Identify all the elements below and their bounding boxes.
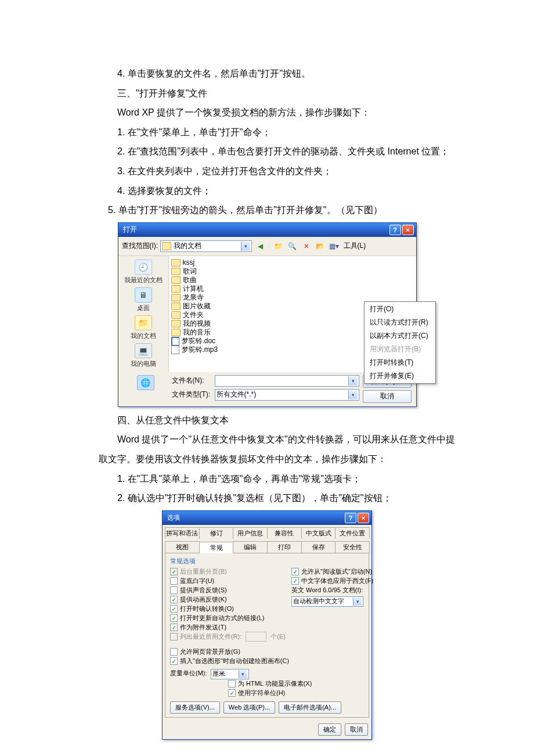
recent-icon: 🕘 [135, 260, 152, 275]
checkbox-option[interactable]: ✓插入"自选图形"时自动创建绘图画布(C) [170, 657, 364, 666]
newfolder-icon[interactable]: 📂 [315, 240, 326, 252]
folder-icon [171, 329, 181, 336]
place-recent[interactable]: 🕘我最近的文档 [118, 258, 168, 286]
place-computer[interactable]: 💻我的电脑 [118, 342, 168, 370]
checkbox-option: ✓后台重新分页(B) [170, 567, 286, 577]
tools-label[interactable]: 工具(L) [344, 241, 366, 251]
recent-files-row: 列出最近所用文件(R):个(E) [170, 632, 286, 642]
file-item[interactable]: kssj [171, 258, 414, 267]
place-network[interactable]: 🌐 [123, 375, 168, 390]
checkbox-option[interactable]: ✓提供动画反馈(K) [170, 595, 286, 604]
filename-combo[interactable]: ▾ [215, 375, 359, 387]
unit-select[interactable]: 厘米▾ [211, 669, 249, 679]
menu-item[interactable]: 以副本方式打开(C) [365, 329, 435, 343]
char-unit-checkbox[interactable]: ✓使用字符单位(H) [228, 689, 364, 698]
para-step2-2: 2. 确认选中"打开时确认转换"复选框（见下图），单击"确定"按钮； [99, 488, 459, 508]
file-item[interactable]: 歌曲 [171, 276, 414, 285]
tab-用户信息[interactable]: 用户信息 [233, 527, 268, 539]
checkbox-option[interactable]: 提供声音反馈(S) [170, 586, 286, 595]
para-s3: 3. 在文件夹列表中，定位并打开包含文件的文件夹； [99, 161, 459, 181]
cancel-button[interactable]: 取消 [363, 390, 412, 403]
cancel-button[interactable]: 取消 [345, 723, 368, 736]
options-columns: ✓后台重新分页(B)蓝底白字(U)提供声音反馈(S)✓提供动画反馈(K)✓打开时… [170, 567, 364, 642]
file-item[interactable]: 歌词 [171, 267, 414, 276]
close-button[interactable]: × [402, 225, 414, 235]
tab-拼写和语法[interactable]: 拼写和语法 [165, 527, 200, 539]
filetype-label: 文件类型(T): [172, 390, 211, 399]
back-icon[interactable]: ◀ [254, 240, 266, 252]
general-panel: 常规选项 ✓后台重新分页(B)蓝底白字(U)提供声音反馈(S)✓提供动画反馈(K… [165, 553, 369, 718]
checkbox-option[interactable]: ✓中文字体也应用于西文(F) [291, 577, 373, 586]
delete-icon[interactable]: ✕ [301, 240, 312, 252]
ok-cancel-row: 确定 取消 [163, 720, 371, 739]
checkbox-option[interactable]: ✓允许从"阅读版式"启动(N) [291, 567, 373, 577]
tab-安全性[interactable]: 安全性 [335, 541, 370, 553]
mp3-icon [171, 345, 179, 354]
file-item[interactable]: 龙泉寺 [171, 293, 414, 302]
dropdown-arrow-icon[interactable]: ▾ [348, 376, 358, 386]
tab-编辑[interactable]: 编辑 [233, 541, 268, 553]
body-text-2: 四、从任意文件中恢复文本 Word 提供了一个"从任意文件中恢复文本"的文件转换… [0, 411, 534, 508]
tab-视图[interactable]: 视图 [165, 541, 200, 553]
lookin-combo[interactable]: 我的文档 ▾ [160, 240, 252, 252]
checkbox-option[interactable]: ✓打开时确认转换(O) [170, 604, 286, 614]
option-button[interactable]: 服务选项(V)... [170, 701, 220, 714]
tab-文件位置[interactable]: 文件位置 [335, 527, 370, 539]
filetype-combo[interactable]: 所有文件(*.*)▾ [215, 389, 359, 401]
left-column: ✓后台重新分页(B)蓝底白字(U)提供声音反馈(S)✓提供动画反馈(K)✓打开时… [170, 567, 286, 642]
menu-item[interactable]: 以只读方式打开(R) [365, 316, 435, 329]
eng-doc-label: 英文 Word 6.0/95 文档(I): [291, 586, 373, 595]
search-icon[interactable]: 🔍 [287, 240, 298, 252]
place-documents[interactable]: 📁我的文档 [118, 314, 168, 342]
tab-中文版式[interactable]: 中文版式 [301, 527, 336, 539]
option-button[interactable]: Web 选项(P)... [223, 701, 275, 714]
dropdown-arrow-icon[interactable]: ▾ [348, 390, 358, 399]
para-step4: 4. 单击要恢复的文件名，然后单击"打开"按钮。 [99, 64, 459, 84]
tab-打印[interactable]: 打印 [267, 541, 302, 553]
tab-修订[interactable]: 修订 [199, 527, 234, 539]
menu-item[interactable]: 打开时转换(T) [365, 356, 435, 369]
tabs-row2: 视图常规编辑打印保存安全性 [163, 539, 371, 553]
menu-item[interactable]: 打开(O) [365, 303, 435, 316]
para-s4: 4. 选择要恢复的文件； [99, 181, 459, 201]
views-icon[interactable]: ▦▾ [329, 240, 340, 252]
lookin-label: 查找范围(I): [122, 241, 158, 251]
checkbox-option[interactable]: ✓作为附件发送(T) [170, 623, 286, 632]
ok-button[interactable]: 确定 [318, 723, 341, 736]
close-button[interactable]: × [358, 513, 369, 523]
checkbox-option[interactable]: 允许网页背景开放(G) [170, 647, 364, 657]
html-pixel-checkbox[interactable]: 为 HTML 功能显示像素(X) [228, 679, 364, 689]
help-button[interactable]: ? [389, 225, 401, 235]
tab-保存[interactable]: 保存 [301, 541, 336, 553]
folder-icon [162, 242, 171, 250]
tab-兼容性[interactable]: 兼容性 [267, 527, 302, 539]
para-intro: Word XP 提供了一个恢复受损文档的新方法，操作步骤如下： [99, 103, 459, 123]
right-column: ✓允许从"阅读版式"启动(N)✓中文字体也应用于西文(F)英文 Word 6.0… [291, 567, 373, 642]
folder-icon [171, 294, 181, 301]
folder-icon [171, 320, 181, 327]
open-dropdown-menu: 打开(O)以只读方式打开(R)以副本方式打开(C)用浏览器打开(B)打开时转换(… [364, 301, 436, 384]
dropdown-arrow-icon[interactable]: ▾ [353, 597, 362, 606]
dialog2-title: 选项 [165, 513, 344, 522]
dropdown-arrow-icon[interactable]: ▾ [241, 242, 250, 251]
place-desktop[interactable]: 🖥桌面 [118, 286, 168, 314]
checkbox-option[interactable]: 蓝底白字(U) [170, 577, 286, 586]
folder-icon [171, 276, 181, 284]
para-heading4: 四、从任意文件中恢复文本 [99, 411, 459, 430]
menu-item[interactable]: 打开并修复(E) [365, 369, 435, 383]
filename-label: 文件名(N): [172, 376, 211, 386]
option-button[interactable]: 电子邮件选项(A)... [279, 701, 341, 714]
dialog2-titlebar: 选项 ? × [163, 511, 371, 525]
open-toolbar: 查找范围(I): 我的文档 ▾ ◀ · 📁 🔍 ✕ 📂 ▦▾ 工具(L) [118, 237, 416, 256]
up-icon[interactable]: 📁 [273, 240, 284, 252]
network-icon: 🌐 [137, 375, 154, 390]
tabs-row1: 拼写和语法修订用户信息兼容性中文版式文件位置 [163, 525, 371, 539]
file-item[interactable]: 计算机 [171, 285, 414, 293]
dropdown-arrow-icon[interactable]: ▾ [239, 670, 247, 678]
checkbox-option[interactable]: ✓打开时更新自动方式的链接(L) [170, 614, 286, 623]
document-page: 4. 单击要恢复的文件名，然后单击"打开"按钮。 三、"打开并修复"文件 Wor… [0, 0, 534, 756]
eng-doc-select[interactable]: 自动检测中文文字▾ [291, 596, 363, 607]
tab-常规[interactable]: 常规 [199, 542, 234, 553]
help-button[interactable]: ? [345, 513, 356, 523]
para-s5: 5. 单击"打开"按钮旁边的箭头，然后单击"打开并修复"。（见下图） [99, 200, 459, 220]
